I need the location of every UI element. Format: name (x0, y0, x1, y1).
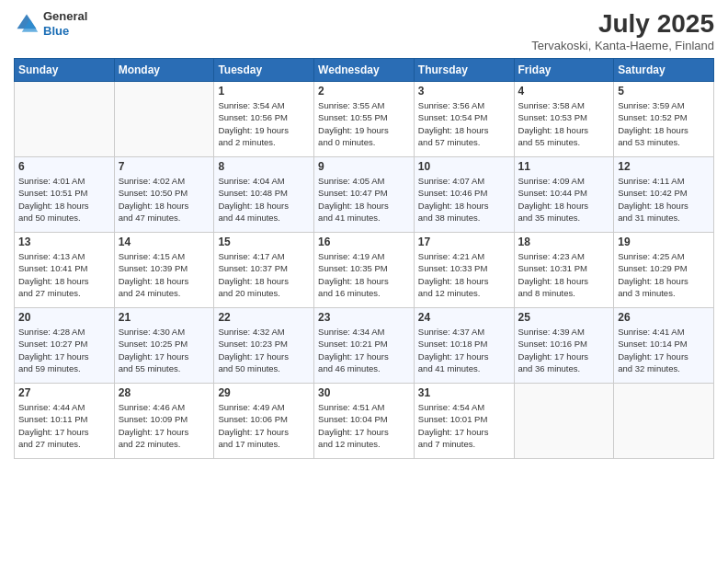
day-detail: Sunrise: 3:55 AM Sunset: 10:55 PM Daylig… (318, 99, 410, 148)
day-number: 15 (218, 236, 310, 248)
header: General Blue July 2025 Tervakoski, Kanta… (14, 9, 714, 52)
day-detail: Sunrise: 4:09 AM Sunset: 10:44 PM Daylig… (518, 175, 610, 224)
day-detail: Sunrise: 4:32 AM Sunset: 10:23 PM Daylig… (218, 326, 310, 374)
day-detail: Sunrise: 4:28 AM Sunset: 10:27 PM Daylig… (18, 326, 110, 374)
day-detail: Sunrise: 4:51 AM Sunset: 10:04 PM Daylig… (318, 401, 410, 450)
day-detail: Sunrise: 4:19 AM Sunset: 10:35 PM Daylig… (318, 250, 410, 299)
calendar-cell: 21Sunrise: 4:30 AM Sunset: 10:25 PM Dayl… (114, 308, 214, 384)
calendar-cell: 20Sunrise: 4:28 AM Sunset: 10:27 PM Dayl… (15, 308, 115, 384)
day-number: 10 (418, 160, 510, 173)
day-number: 1 (218, 85, 310, 98)
calendar-week-4: 20Sunrise: 4:28 AM Sunset: 10:27 PM Dayl… (15, 308, 714, 384)
day-number: 22 (218, 311, 310, 324)
calendar-cell (514, 384, 614, 459)
calendar-cell: 13Sunrise: 4:13 AM Sunset: 10:41 PM Dayl… (15, 233, 115, 308)
day-detail: Sunrise: 4:11 AM Sunset: 10:42 PM Daylig… (618, 175, 710, 224)
day-number: 29 (218, 386, 310, 399)
weekday-header-thursday: Thursday (414, 59, 514, 82)
calendar-cell: 2Sunrise: 3:55 AM Sunset: 10:55 PM Dayli… (314, 82, 415, 157)
day-number: 6 (18, 160, 110, 173)
day-number: 17 (418, 236, 510, 248)
day-number: 18 (518, 236, 610, 248)
calendar-cell: 3Sunrise: 3:56 AM Sunset: 10:54 PM Dayli… (414, 82, 514, 157)
calendar-cell (114, 82, 214, 157)
day-detail: Sunrise: 4:02 AM Sunset: 10:50 PM Daylig… (119, 175, 210, 224)
day-detail: Sunrise: 4:01 AM Sunset: 10:51 PM Daylig… (18, 175, 110, 224)
day-detail: Sunrise: 4:34 AM Sunset: 10:21 PM Daylig… (318, 326, 410, 374)
day-detail: Sunrise: 4:30 AM Sunset: 10:25 PM Daylig… (119, 326, 210, 374)
calendar-header: SundayMondayTuesdayWednesdayThursdayFrid… (15, 59, 714, 82)
calendar-cell: 15Sunrise: 4:17 AM Sunset: 10:37 PM Dayl… (214, 233, 314, 308)
calendar-cell: 27Sunrise: 4:44 AM Sunset: 10:11 PM Dayl… (15, 384, 115, 459)
weekday-header-monday: Monday (114, 59, 214, 82)
day-detail: Sunrise: 3:54 AM Sunset: 10:56 PM Daylig… (218, 99, 310, 148)
day-detail: Sunrise: 4:17 AM Sunset: 10:37 PM Daylig… (218, 250, 310, 299)
calendar-cell: 18Sunrise: 4:23 AM Sunset: 10:31 PM Dayl… (514, 233, 614, 308)
day-detail: Sunrise: 4:07 AM Sunset: 10:46 PM Daylig… (418, 175, 510, 224)
day-number: 13 (18, 236, 110, 248)
day-detail: Sunrise: 4:13 AM Sunset: 10:41 PM Daylig… (18, 250, 110, 299)
calendar-cell: 9Sunrise: 4:05 AM Sunset: 10:47 PM Dayli… (314, 157, 415, 233)
day-detail: Sunrise: 3:56 AM Sunset: 10:54 PM Daylig… (418, 99, 510, 148)
day-number: 9 (318, 160, 410, 173)
calendar-cell: 16Sunrise: 4:19 AM Sunset: 10:35 PM Dayl… (314, 233, 415, 308)
calendar-cell: 25Sunrise: 4:39 AM Sunset: 10:16 PM Dayl… (514, 308, 614, 384)
weekday-header-sunday: Sunday (15, 59, 115, 82)
day-number: 23 (318, 311, 410, 324)
calendar-table: SundayMondayTuesdayWednesdayThursdayFrid… (14, 58, 714, 459)
title-block: July 2025 Tervakoski, Kanta-Haeme, Finla… (531, 9, 714, 52)
calendar-cell: 26Sunrise: 4:41 AM Sunset: 10:14 PM Dayl… (614, 308, 714, 384)
calendar-cell: 17Sunrise: 4:21 AM Sunset: 10:33 PM Dayl… (414, 233, 514, 308)
calendar-week-5: 27Sunrise: 4:44 AM Sunset: 10:11 PM Dayl… (15, 384, 714, 459)
weekday-header-saturday: Saturday (614, 59, 714, 82)
day-detail: Sunrise: 4:49 AM Sunset: 10:06 PM Daylig… (218, 401, 310, 450)
day-detail: Sunrise: 4:15 AM Sunset: 10:39 PM Daylig… (119, 250, 210, 299)
calendar-body: 1Sunrise: 3:54 AM Sunset: 10:56 PM Dayli… (15, 82, 714, 459)
logo-icon (14, 11, 40, 37)
day-detail: Sunrise: 3:59 AM Sunset: 10:52 PM Daylig… (618, 99, 710, 148)
logo-text: General Blue (43, 9, 87, 38)
day-detail: Sunrise: 4:21 AM Sunset: 10:33 PM Daylig… (418, 250, 510, 299)
calendar-week-3: 13Sunrise: 4:13 AM Sunset: 10:41 PM Dayl… (15, 233, 714, 308)
calendar-cell: 10Sunrise: 4:07 AM Sunset: 10:46 PM Dayl… (414, 157, 514, 233)
weekday-header-tuesday: Tuesday (214, 59, 314, 82)
calendar-week-2: 6Sunrise: 4:01 AM Sunset: 10:51 PM Dayli… (15, 157, 714, 233)
calendar-cell: 24Sunrise: 4:37 AM Sunset: 10:18 PM Dayl… (414, 308, 514, 384)
day-number: 27 (18, 386, 110, 399)
location: Tervakoski, Kanta-Haeme, Finland (531, 39, 714, 52)
calendar-cell: 14Sunrise: 4:15 AM Sunset: 10:39 PM Dayl… (114, 233, 214, 308)
day-detail: Sunrise: 4:39 AM Sunset: 10:16 PM Daylig… (518, 326, 610, 374)
day-number: 12 (618, 160, 710, 173)
calendar-cell: 31Sunrise: 4:54 AM Sunset: 10:01 PM Dayl… (414, 384, 514, 459)
calendar-cell: 8Sunrise: 4:04 AM Sunset: 10:48 PM Dayli… (214, 157, 314, 233)
day-detail: Sunrise: 4:54 AM Sunset: 10:01 PM Daylig… (418, 401, 510, 450)
day-detail: Sunrise: 4:05 AM Sunset: 10:47 PM Daylig… (318, 175, 410, 224)
calendar-cell: 1Sunrise: 3:54 AM Sunset: 10:56 PM Dayli… (214, 82, 314, 157)
calendar-cell: 5Sunrise: 3:59 AM Sunset: 10:52 PM Dayli… (614, 82, 714, 157)
logo-general-text: General (43, 9, 87, 24)
day-detail: Sunrise: 4:23 AM Sunset: 10:31 PM Daylig… (518, 250, 610, 299)
day-number: 2 (318, 85, 410, 98)
calendar-cell: 23Sunrise: 4:34 AM Sunset: 10:21 PM Dayl… (314, 308, 415, 384)
day-number: 20 (18, 311, 110, 324)
day-number: 16 (318, 236, 410, 248)
calendar-cell: 28Sunrise: 4:46 AM Sunset: 10:09 PM Dayl… (114, 384, 214, 459)
calendar-cell: 30Sunrise: 4:51 AM Sunset: 10:04 PM Dayl… (314, 384, 415, 459)
logo: General Blue (14, 9, 87, 38)
day-number: 4 (518, 85, 610, 98)
month-title: July 2025 (531, 9, 714, 39)
day-number: 8 (218, 160, 310, 173)
day-number: 26 (618, 311, 710, 324)
calendar-cell: 19Sunrise: 4:25 AM Sunset: 10:29 PM Dayl… (614, 233, 714, 308)
day-number: 11 (518, 160, 610, 173)
calendar-cell: 29Sunrise: 4:49 AM Sunset: 10:06 PM Dayl… (214, 384, 314, 459)
day-number: 31 (418, 386, 510, 399)
day-detail: Sunrise: 3:58 AM Sunset: 10:53 PM Daylig… (518, 99, 610, 148)
day-detail: Sunrise: 4:44 AM Sunset: 10:11 PM Daylig… (18, 401, 110, 450)
calendar-cell (614, 384, 714, 459)
calendar-cell: 6Sunrise: 4:01 AM Sunset: 10:51 PM Dayli… (15, 157, 115, 233)
weekday-header-wednesday: Wednesday (314, 59, 415, 82)
day-detail: Sunrise: 4:25 AM Sunset: 10:29 PM Daylig… (618, 250, 710, 299)
day-number: 21 (119, 311, 210, 324)
weekday-header-friday: Friday (514, 59, 614, 82)
